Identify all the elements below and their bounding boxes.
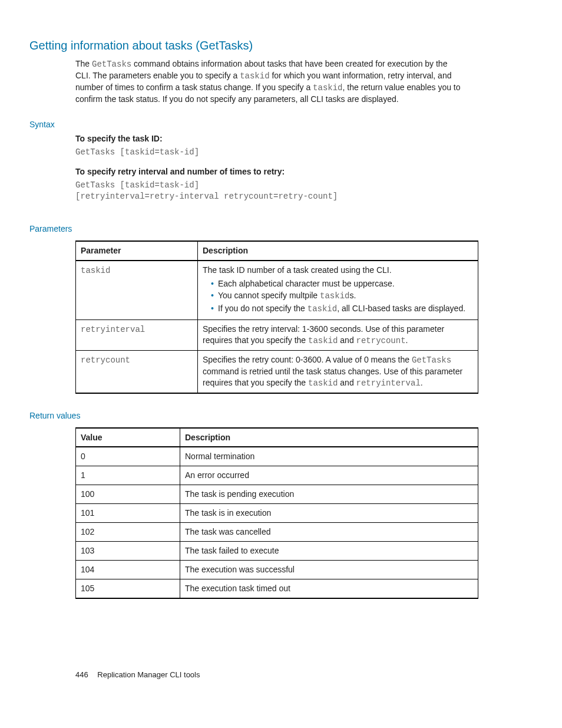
syntax-spec2-label: To specify retry interval and number of … bbox=[75, 166, 474, 177]
rv-desc: The execution task timed out bbox=[180, 579, 478, 598]
bullet-text: If you do not specify the bbox=[218, 304, 308, 313]
table-row: 103The task failed to execute bbox=[76, 541, 478, 560]
return-values-heading: Return values bbox=[29, 410, 474, 421]
table-row: 105The execution task timed out bbox=[76, 579, 478, 598]
return-values-table: Value Description 0Normal termination 1A… bbox=[75, 427, 478, 599]
param-code: retryinterval bbox=[356, 378, 421, 388]
intro-taskid: taskid bbox=[240, 71, 269, 81]
syntax-spec2-code-line2: [retryinterval=retry-interval retrycount… bbox=[75, 191, 474, 202]
page-title: Getting information about tasks (GetTask… bbox=[29, 38, 474, 54]
page-number: 446 bbox=[75, 670, 88, 679]
intro-cmd: GetTasks bbox=[92, 60, 131, 69]
param-code: retrycount bbox=[356, 336, 406, 345]
param-header-description: Description bbox=[198, 241, 478, 261]
table-row: 100The task is pending execution bbox=[76, 485, 478, 504]
rv-value: 104 bbox=[76, 560, 180, 579]
table-row: 104The execution was successful bbox=[76, 560, 478, 579]
table-row: taskid The task ID number of a task crea… bbox=[76, 261, 478, 320]
rv-desc: Normal termination bbox=[180, 447, 478, 466]
page-footer: 446 Replication Manager CLI tools bbox=[75, 670, 474, 680]
syntax-spec1-code: GetTasks [taskid=task-id] bbox=[75, 147, 474, 158]
table-row: 102The task was cancelled bbox=[76, 523, 478, 542]
bullet-code: taskid bbox=[320, 291, 349, 301]
syntax-spec2-code-line1: GetTasks [taskid=task-id] bbox=[75, 180, 474, 191]
param-desc-lead: The task ID number of a task created usi… bbox=[203, 265, 392, 275]
footer-doc-title: Replication Manager CLI tools bbox=[97, 670, 200, 679]
rv-desc: The task failed to execute bbox=[180, 541, 478, 560]
bullet-code: taskid bbox=[308, 304, 337, 314]
rv-value: 1 bbox=[76, 466, 180, 485]
rv-desc: The task was cancelled bbox=[180, 523, 478, 542]
param-desc: and bbox=[338, 335, 356, 345]
rv-value: 101 bbox=[76, 504, 180, 523]
param-code: taskid bbox=[308, 336, 338, 345]
param-name: retryinterval bbox=[81, 325, 145, 334]
param-desc: and bbox=[338, 378, 356, 387]
parameters-heading: Parameters bbox=[29, 223, 474, 235]
rv-desc: The task is in execution bbox=[180, 504, 478, 523]
table-row: 101The task is in execution bbox=[76, 504, 478, 523]
rv-value: 105 bbox=[76, 579, 180, 598]
param-bullet: If you do not specify the taskid, all CL… bbox=[211, 303, 473, 315]
syntax-heading: Syntax bbox=[29, 119, 474, 130]
param-desc: . bbox=[406, 335, 408, 345]
intro-text: The bbox=[75, 59, 92, 68]
syntax-spec1-label: To specify the task ID: bbox=[75, 133, 474, 144]
param-code: taskid bbox=[308, 378, 338, 388]
rv-header-value: Value bbox=[76, 428, 180, 447]
bullet-text: , all CLI-based tasks are displayed. bbox=[337, 304, 465, 313]
intro-taskid: taskid bbox=[313, 83, 342, 93]
param-bullet: Each alphabetical character must be uppe… bbox=[211, 278, 473, 289]
param-header-parameter: Parameter bbox=[76, 241, 198, 261]
param-desc: . bbox=[421, 378, 423, 387]
parameters-table: Parameter Description taskid The task ID… bbox=[75, 241, 478, 394]
intro-paragraph: The GetTasks command obtains information… bbox=[75, 58, 462, 105]
bullet-text: You cannot specify multpile bbox=[218, 291, 320, 300]
rv-desc: An error occurred bbox=[180, 466, 478, 485]
table-row: retryinterval Specifies the retry interv… bbox=[76, 320, 478, 351]
rv-desc: The task is pending execution bbox=[180, 485, 478, 504]
param-name: retrycount bbox=[81, 355, 130, 365]
table-row: 0Normal termination bbox=[76, 447, 478, 466]
param-desc: Specifies the retry count: 0-3600. A val… bbox=[203, 355, 412, 364]
rv-value: 102 bbox=[76, 523, 180, 542]
bullet-text: Each alphabetical character must be uppe… bbox=[218, 279, 395, 288]
param-bullet: You cannot specify multpile taskids. bbox=[211, 290, 473, 302]
param-name: taskid bbox=[81, 266, 110, 275]
table-row: 1An error occurred bbox=[76, 466, 478, 485]
rv-value: 100 bbox=[76, 485, 180, 504]
rv-value: 0 bbox=[76, 447, 180, 466]
param-code: GetTasks bbox=[412, 355, 451, 365]
rv-header-description: Description bbox=[180, 428, 478, 447]
rv-desc: The execution was successful bbox=[180, 560, 478, 579]
table-row: retrycount Specifies the retry count: 0-… bbox=[76, 351, 478, 393]
rv-value: 103 bbox=[76, 541, 180, 560]
bullet-text: s. bbox=[349, 291, 356, 300]
